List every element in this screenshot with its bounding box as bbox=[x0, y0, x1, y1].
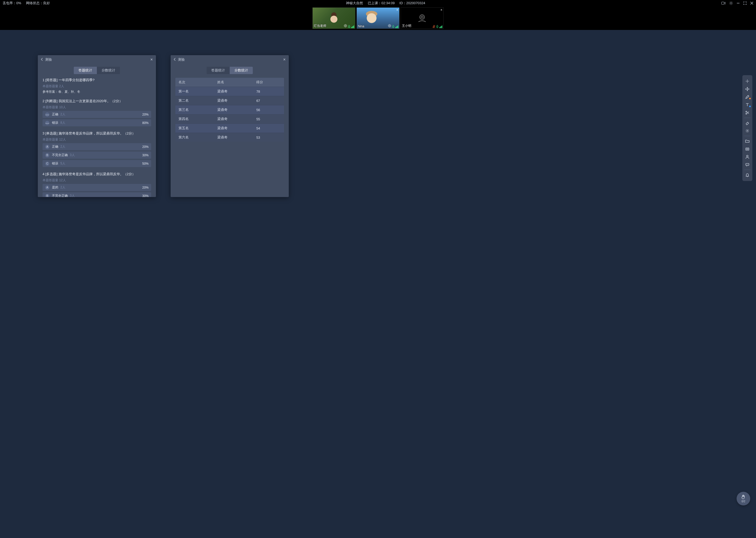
video-tile-teacher[interactable]: 叮当老师 bbox=[312, 7, 355, 29]
cell-name: 梁鼎奇 bbox=[214, 87, 253, 96]
video-tile-student-2[interactable]: × 王小明 bbox=[401, 7, 444, 29]
option-badge: C bbox=[45, 162, 49, 166]
course-name: 神秘大自然 bbox=[346, 1, 363, 6]
tool-resources[interactable] bbox=[742, 145, 752, 153]
svg-point-3 bbox=[344, 25, 347, 27]
tool-light[interactable] bbox=[742, 127, 752, 135]
option-badge: B bbox=[45, 153, 49, 157]
question-title: 3 [单选题] 施华洛世奇是反华品牌，所以梁鼎琪反华。（2分） bbox=[42, 131, 151, 136]
mic-on-icon[interactable] bbox=[392, 25, 395, 28]
tool-scissors[interactable] bbox=[742, 109, 752, 117]
cell-rank: 第五名 bbox=[175, 124, 214, 133]
tool-chat[interactable] bbox=[742, 161, 752, 169]
video-close-icon[interactable]: × bbox=[397, 8, 398, 12]
right-toolbar bbox=[742, 75, 752, 181]
video-close-icon[interactable]: × bbox=[441, 8, 442, 12]
cell-score: 56 bbox=[253, 105, 284, 115]
option-percent: 30% bbox=[142, 153, 149, 157]
video-name-label: 叮当老师 bbox=[314, 24, 326, 28]
settings-icon[interactable] bbox=[729, 1, 733, 5]
panel-body[interactable]: 答题统计 分数统计 1 [简答题] 一年四季分别是哪四季?本题答题量 2人参考答… bbox=[38, 64, 156, 197]
svg-point-19 bbox=[746, 155, 748, 157]
question-title: 1 [简答题] 一年四季分别是哪四季? bbox=[42, 78, 151, 82]
close-icon[interactable]: × bbox=[150, 57, 153, 62]
table-row: 第五名梁鼎奇54 bbox=[175, 124, 284, 133]
mic-alt-icon[interactable] bbox=[436, 25, 439, 28]
svg-point-16 bbox=[746, 113, 747, 114]
tool-eraser[interactable] bbox=[742, 119, 752, 127]
close-icon[interactable]: × bbox=[283, 57, 286, 62]
video-strip: 叮当老师 × Nina × 王小明 bbox=[0, 6, 756, 30]
elapsed-time: 已上课：02:34:09 bbox=[368, 1, 395, 6]
close-window-icon[interactable] bbox=[750, 2, 753, 5]
focus-icon[interactable] bbox=[388, 24, 391, 28]
svg-point-17 bbox=[747, 130, 748, 131]
option-count: 2人 bbox=[60, 112, 65, 117]
cell-score: 67 bbox=[253, 96, 284, 105]
tool-folder[interactable] bbox=[742, 137, 752, 145]
option-percent: 80% bbox=[142, 121, 149, 125]
option-label: 不完全正确 bbox=[52, 193, 68, 197]
question-subcount: 本题答题量 12人 bbox=[42, 137, 151, 142]
option-count: 3人 bbox=[70, 193, 75, 197]
cell-score: 55 bbox=[253, 115, 284, 124]
raise-hand-fab[interactable]: 0/2 bbox=[736, 492, 750, 506]
question-block: 2 [判断题] 我国宪法上一次更新是在2020年。（2分）本题答题量 10人—正… bbox=[42, 99, 151, 126]
tool-move[interactable] bbox=[742, 85, 752, 93]
fullscreen-icon[interactable] bbox=[743, 2, 746, 5]
focus-icon[interactable] bbox=[344, 24, 347, 28]
cell-rank: 第六名 bbox=[175, 133, 214, 142]
cell-rank: 第二名 bbox=[175, 96, 214, 105]
cell-rank: 第一名 bbox=[175, 87, 214, 96]
option-row: B不完全正确3人30% bbox=[42, 152, 151, 159]
signal-icon bbox=[440, 26, 442, 28]
camera-toggle-icon[interactable] bbox=[721, 2, 726, 5]
tool-users[interactable] bbox=[742, 153, 752, 161]
cell-name: 梁鼎奇 bbox=[214, 96, 253, 105]
mic-off-icon[interactable] bbox=[433, 25, 435, 28]
option-badge: — bbox=[45, 112, 49, 117]
table-row: 第二名梁鼎奇67 bbox=[175, 96, 284, 105]
cell-name: 梁鼎奇 bbox=[214, 105, 253, 115]
svg-point-14 bbox=[747, 81, 748, 81]
th-name: 姓名 bbox=[214, 78, 253, 87]
back-icon[interactable] bbox=[41, 58, 43, 62]
tab-score-stats[interactable]: 分数统计 bbox=[97, 67, 120, 74]
cell-score: 78 bbox=[253, 87, 284, 96]
svg-rect-8 bbox=[393, 25, 394, 27]
tab-answer-stats[interactable]: 答题统计 bbox=[207, 67, 230, 74]
option-row: B不完全正确3人30% bbox=[42, 192, 151, 197]
panel-header: 测验 × bbox=[170, 55, 289, 64]
tool-bell[interactable] bbox=[742, 171, 752, 179]
option-badge: A bbox=[45, 145, 49, 149]
option-count: 2人 bbox=[60, 185, 65, 190]
option-count: 5人 bbox=[60, 161, 65, 166]
tab-score-stats[interactable]: 分数统计 bbox=[230, 67, 253, 74]
tool-pen[interactable] bbox=[742, 93, 752, 101]
svg-point-9 bbox=[420, 15, 424, 20]
option-row: C错误5人50% bbox=[42, 160, 151, 167]
tab-switch: 答题统计 分数统计 bbox=[170, 64, 289, 78]
video-tile-student-1[interactable]: × Nina bbox=[356, 7, 400, 29]
option-label: 错误 bbox=[52, 121, 58, 125]
th-score: 得分 bbox=[253, 78, 284, 87]
tool-pointer[interactable] bbox=[742, 77, 752, 85]
panel-body[interactable]: 答题统计 分数统计 名次 姓名 得分 第一名梁鼎奇78第二名梁鼎奇67第三名梁鼎… bbox=[170, 64, 289, 197]
tab-answer-stats[interactable]: 答题统计 bbox=[74, 67, 97, 74]
option-label: 不完全正确 bbox=[52, 153, 68, 157]
mic-on-icon[interactable] bbox=[348, 25, 351, 28]
table-row: 第三名梁鼎奇56 bbox=[175, 105, 284, 115]
minimize-icon[interactable] bbox=[736, 2, 740, 5]
option-row: —正确2人20% bbox=[42, 111, 151, 118]
back-icon[interactable] bbox=[174, 58, 176, 62]
panel-header: 测验 × bbox=[38, 55, 156, 64]
video-name-label: Nina bbox=[358, 25, 364, 28]
tool-text[interactable] bbox=[742, 101, 752, 109]
option-label: 正确 bbox=[52, 144, 58, 149]
option-count: 3人 bbox=[70, 153, 75, 157]
option-percent: 20% bbox=[142, 186, 149, 189]
network-status-label: 网络状态：良好 bbox=[26, 1, 50, 6]
cell-name: 梁鼎奇 bbox=[214, 133, 253, 142]
signal-icon bbox=[351, 26, 354, 28]
th-rank: 名次 bbox=[175, 78, 214, 87]
